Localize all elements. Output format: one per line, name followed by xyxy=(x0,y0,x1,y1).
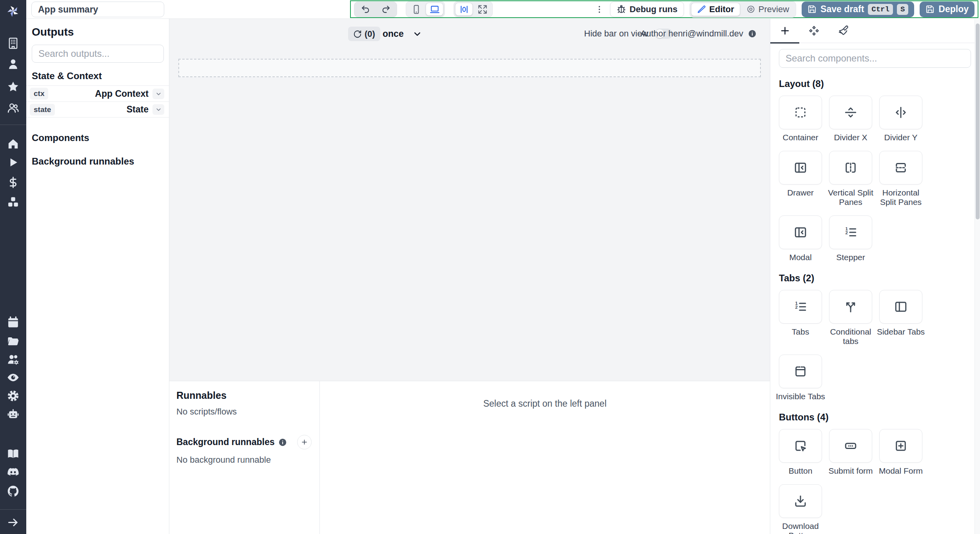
calendar-icon[interactable] xyxy=(0,315,26,329)
eye-icon[interactable] xyxy=(0,371,26,384)
component-card-drawer[interactable]: Drawer xyxy=(779,151,822,207)
app-sidebar xyxy=(0,0,26,534)
background-runnables-row: Background runnables xyxy=(176,435,312,449)
horizontal-split-panes-icon xyxy=(894,161,908,175)
ctx-row[interactable]: ctx App Context xyxy=(26,85,169,101)
github-icon[interactable] xyxy=(0,484,26,498)
component-label: Invisible Tabs xyxy=(774,392,827,401)
boxes-icon[interactable] xyxy=(0,195,26,208)
expand-sidebar-arrow-icon[interactable] xyxy=(0,516,26,529)
section-title-tabs: Tabs (2) xyxy=(779,273,980,284)
play-icon[interactable] xyxy=(0,156,26,169)
components-section-title: Components xyxy=(32,132,163,143)
component-card-modal[interactable]: Modal xyxy=(779,215,822,262)
component-card-horizontal-split-panes[interactable]: Horizontal Split Panes xyxy=(879,151,922,207)
vertical-split-panes-icon xyxy=(844,161,858,175)
component-card-vertical-split-panes[interactable]: Vertical Split Panes xyxy=(829,151,872,207)
desktop-view-button[interactable] xyxy=(426,3,443,16)
component-card-submit-form[interactable]: Submit form xyxy=(829,429,872,476)
top-toolbar: Debug runs Editor Preview Save draft Ctr… xyxy=(26,0,980,19)
editor-toolbar: Debug runs Editor Preview Save draft Ctr… xyxy=(350,0,978,18)
refresh-button[interactable]: (0) xyxy=(348,27,380,41)
kbd-ctrl: Ctrl xyxy=(868,4,893,15)
component-card-modal-form[interactable]: Modal Form xyxy=(879,429,922,476)
component-card-divider-x[interactable]: Divider X xyxy=(829,96,872,142)
component-card-invisible-tabs[interactable]: Invisible Tabs xyxy=(779,355,822,401)
invisible-tabs-icon xyxy=(793,364,808,378)
add-background-runnable-button[interactable] xyxy=(297,435,312,449)
frequency-dropdown[interactable]: once xyxy=(383,27,422,41)
app-canvas[interactable]: (0) once Hide bar on view Author henri@w… xyxy=(169,19,770,534)
download-button-icon xyxy=(793,494,808,508)
component-card-conditional-tabs[interactable]: Conditional tabs xyxy=(829,290,872,346)
discord-icon[interactable] xyxy=(0,465,26,479)
tab-theme-styling[interactable] xyxy=(828,19,857,43)
component-label: Horizontal Split Panes xyxy=(875,188,927,207)
sidebar-divider xyxy=(0,125,26,125)
deploy-label: Deploy xyxy=(938,4,969,14)
chevron-down-icon[interactable] xyxy=(152,89,164,99)
tab-component-tree[interactable] xyxy=(799,19,828,43)
undo-button[interactable] xyxy=(356,3,375,16)
center-canvas-button[interactable] xyxy=(455,3,473,16)
scrollbar-thumb[interactable] xyxy=(976,24,980,219)
tab-insert-component[interactable] xyxy=(770,19,799,43)
svg-text:2: 2 xyxy=(795,305,798,310)
component-card-download-button[interactable]: Download Button xyxy=(779,484,822,534)
component-card-stepper[interactable]: 12 Stepper xyxy=(829,215,872,262)
empty-grid-placeholder[interactable] xyxy=(178,59,761,77)
redo-button[interactable] xyxy=(376,3,396,16)
component-label: Button xyxy=(774,466,827,476)
component-label: Modal xyxy=(774,253,827,262)
robot-icon[interactable] xyxy=(0,408,26,421)
container-icon xyxy=(793,105,808,119)
deploy-button[interactable]: Deploy xyxy=(920,2,975,17)
star-icon[interactable] xyxy=(0,80,26,93)
folder-open-icon[interactable] xyxy=(0,334,26,348)
home-icon[interactable] xyxy=(0,137,26,150)
more-options-menu[interactable] xyxy=(594,2,604,17)
users-icon[interactable] xyxy=(0,101,26,114)
debug-runs-button[interactable]: Debug runs xyxy=(610,2,684,17)
app-summary-input[interactable] xyxy=(31,2,164,17)
state-row[interactable]: state State xyxy=(26,101,169,118)
gear-icon[interactable] xyxy=(0,389,26,402)
component-card-divider-y[interactable]: Divider Y xyxy=(879,96,922,142)
component-card-sidebar-tabs[interactable]: Sidebar Tabs xyxy=(879,290,922,346)
editor-tab[interactable]: Editor xyxy=(691,3,740,16)
chevron-down-icon[interactable] xyxy=(152,104,164,115)
preview-tab[interactable]: Preview xyxy=(741,3,795,16)
info-icon[interactable] xyxy=(748,29,757,38)
no-background-runnable-text: No background runnable xyxy=(176,455,312,465)
submit-form-icon xyxy=(844,439,858,453)
component-label: Container xyxy=(774,133,827,142)
building-icon[interactable] xyxy=(0,36,26,50)
component-label: Divider X xyxy=(824,133,877,142)
refresh-count: (0) xyxy=(365,29,375,39)
panel-tabs xyxy=(770,19,980,43)
user-icon[interactable] xyxy=(0,57,26,71)
tabs-cards: 12 Tabs Conditional tabs Sidebar Tabs In… xyxy=(779,290,933,401)
divider-x-icon xyxy=(844,105,858,119)
component-card-button[interactable]: Button xyxy=(779,429,822,476)
mobile-view-button[interactable] xyxy=(407,3,425,16)
script-editor-placeholder: Select a script on the left panel xyxy=(320,381,770,534)
book-open-icon[interactable] xyxy=(0,447,26,460)
windmill-logo-icon[interactable] xyxy=(0,4,26,18)
component-card-tabs[interactable]: 12 Tabs xyxy=(779,290,822,346)
search-components-input[interactable] xyxy=(779,49,971,68)
component-card-container[interactable]: Container xyxy=(779,96,822,142)
component-label: Stepper xyxy=(824,253,877,262)
info-icon[interactable] xyxy=(278,438,287,447)
save-draft-button[interactable]: Save draft Ctrl S xyxy=(802,2,914,17)
component-catalog: Layout (8) Container Divider X Divider Y… xyxy=(770,78,980,534)
modal-form-icon xyxy=(894,439,908,453)
users-gear-icon[interactable] xyxy=(0,353,26,366)
search-outputs-input[interactable] xyxy=(32,45,164,63)
dollar-icon[interactable] xyxy=(0,176,26,189)
component-label: Download Button xyxy=(774,521,827,534)
undo-redo-group xyxy=(354,2,397,17)
panel-scrollbar[interactable] xyxy=(975,19,980,534)
outputs-panel: Outputs State & Context ctx App Context … xyxy=(26,19,169,534)
fullscreen-button[interactable] xyxy=(474,3,491,16)
